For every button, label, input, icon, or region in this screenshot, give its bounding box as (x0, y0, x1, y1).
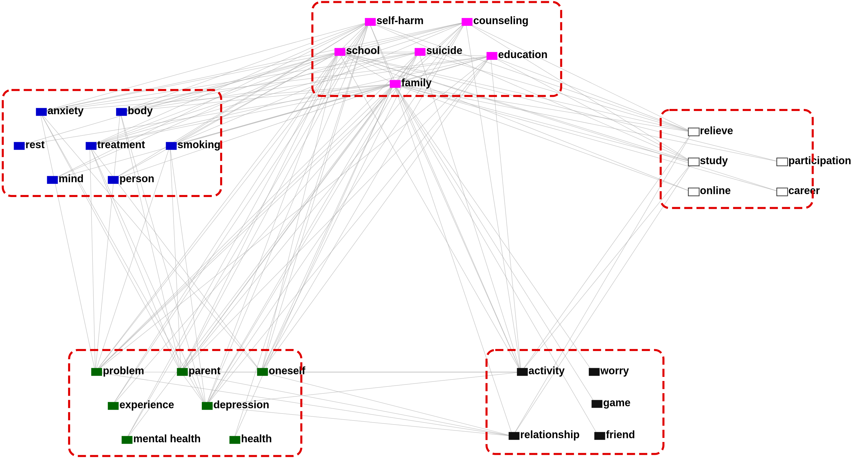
node-worry[interactable]: worry (589, 365, 629, 376)
node-friend[interactable]: friend (594, 429, 635, 440)
node-participation[interactable]: participation (777, 155, 851, 166)
svg-line-15 (369, 22, 521, 372)
svg-rect-147 (108, 402, 119, 410)
node-label-game: game (603, 397, 630, 408)
svg-line-100 (40, 112, 181, 372)
node-health[interactable]: health (229, 433, 272, 445)
svg-rect-133 (116, 108, 127, 116)
svg-line-53 (40, 52, 419, 112)
node-game[interactable]: game (591, 397, 630, 408)
svg-line-29 (466, 22, 693, 132)
svg-line-56 (95, 52, 419, 372)
node-education[interactable]: education (487, 48, 548, 60)
svg-rect-151 (517, 368, 528, 376)
svg-rect-129 (415, 48, 426, 56)
node-person[interactable]: person (108, 173, 154, 185)
node-label-online: online (700, 185, 731, 196)
svg-line-61 (419, 52, 692, 132)
svg-line-17 (369, 22, 692, 162)
node-mind[interactable]: mind (47, 173, 84, 185)
node-label-rest: rest (25, 139, 44, 151)
svg-line-12 (206, 22, 369, 406)
svg-line-94 (394, 84, 692, 132)
svg-line-50 (339, 52, 781, 192)
svg-line-122 (521, 162, 692, 372)
svg-rect-128 (334, 48, 345, 56)
node-experience[interactable]: experience (108, 399, 174, 410)
node-relieve[interactable]: relieve (688, 125, 733, 137)
svg-line-106 (90, 146, 95, 372)
svg-line-34 (18, 52, 339, 146)
node-anxiety[interactable]: anxiety (36, 105, 84, 117)
svg-rect-131 (390, 80, 400, 88)
svg-line-58 (261, 52, 419, 372)
svg-line-92 (394, 84, 513, 436)
svg-rect-144 (91, 368, 102, 376)
node-label-career: career (788, 185, 820, 196)
svg-line-84 (261, 84, 394, 372)
svg-line-121 (206, 406, 513, 436)
node-smoking[interactable]: smoking (166, 139, 220, 151)
svg-line-89 (394, 84, 521, 372)
svg-line-93 (394, 84, 598, 436)
node-study[interactable]: study (688, 155, 728, 166)
node-label-relationship: relationship (520, 429, 580, 440)
svg-line-48 (339, 52, 781, 162)
svg-rect-145 (177, 368, 188, 376)
node-treatment[interactable]: treatment (86, 139, 145, 151)
svg-rect-139 (688, 128, 699, 136)
node-label-treatment: treatment (97, 139, 145, 151)
node-family[interactable]: family (390, 77, 432, 89)
node-mental_health[interactable]: mental health (122, 433, 200, 445)
svg-line-2 (40, 22, 369, 112)
svg-rect-143 (777, 188, 787, 196)
node-label-oneself: oneself (269, 365, 306, 376)
svg-line-39 (95, 52, 339, 372)
svg-rect-152 (589, 368, 599, 376)
node-label-depression: depression (213, 399, 269, 410)
svg-line-28 (466, 22, 521, 372)
node-counseling[interactable]: counseling (462, 14, 529, 27)
svg-line-74 (491, 56, 692, 162)
node-label-counseling: counseling (473, 14, 528, 27)
svg-rect-138 (108, 176, 119, 184)
node-label-problem: problem (103, 365, 144, 376)
svg-rect-126 (365, 18, 376, 26)
svg-rect-127 (462, 18, 472, 26)
node-depression[interactable]: depression (202, 399, 269, 410)
node-problem[interactable]: problem (91, 365, 144, 376)
node-label-body: body (128, 105, 153, 117)
svg-rect-132 (36, 108, 47, 116)
node-label-smoking: smoking (177, 139, 220, 151)
node-label-health: health (241, 433, 272, 445)
svg-line-71 (206, 56, 491, 406)
svg-line-32 (40, 52, 339, 112)
svg-rect-150 (229, 436, 240, 444)
node-label-study: study (700, 155, 728, 166)
svg-line-86 (206, 84, 394, 406)
svg-line-13 (126, 22, 369, 440)
svg-line-68 (95, 56, 491, 372)
node-school[interactable]: school (334, 44, 380, 56)
svg-line-117 (181, 372, 206, 406)
svg-line-73 (491, 56, 692, 132)
svg-line-49 (339, 52, 692, 192)
node-label-education: education (498, 48, 548, 60)
node-rest[interactable]: rest (14, 139, 45, 151)
node-relationship[interactable]: relationship (508, 429, 580, 440)
svg-rect-148 (202, 402, 213, 410)
svg-rect-154 (508, 432, 519, 440)
svg-line-70 (261, 56, 491, 372)
svg-line-125 (513, 132, 692, 436)
node-label-activity: activity (529, 365, 565, 376)
node-activity[interactable]: activity (517, 365, 565, 376)
svg-line-55 (90, 52, 419, 146)
node-self_harm[interactable]: self-harm (365, 14, 424, 27)
node-label-mental_health: mental health (133, 433, 200, 445)
node-suicide[interactable]: suicide (415, 44, 462, 56)
svg-line-85 (112, 84, 394, 406)
node-body[interactable]: body (116, 105, 153, 117)
node-online[interactable]: online (688, 185, 731, 196)
svg-line-97 (394, 84, 692, 192)
svg-line-124 (513, 162, 692, 436)
